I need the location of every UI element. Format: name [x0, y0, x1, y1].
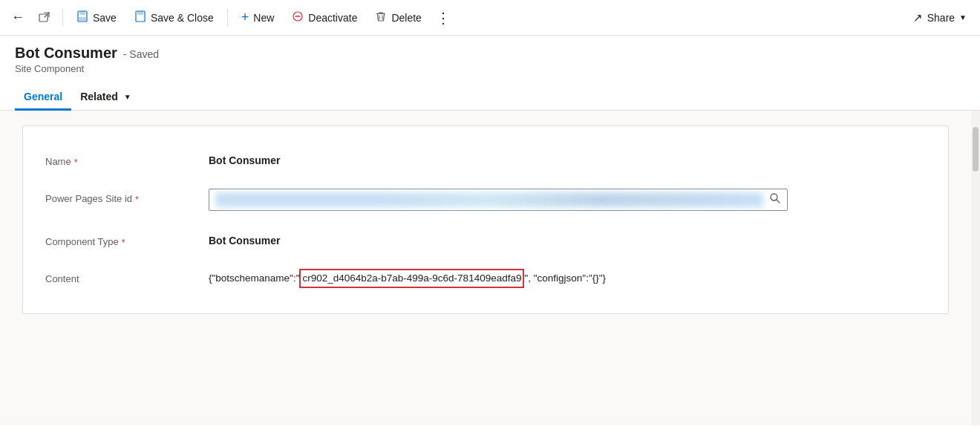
record-header: Bot Consumer - Saved Site Component	[0, 36, 980, 79]
svg-line-14	[777, 200, 780, 203]
save-close-label: Save & Close	[151, 12, 214, 24]
component-type-required: *	[122, 238, 125, 248]
content-label: Content	[45, 269, 209, 284]
form-card: Name * Bot Consumer Power Pages Site id …	[22, 125, 949, 314]
content-highlighted-id: cr902_d4064b2a-b7ab-499a-9c6d-781409eadf…	[299, 269, 524, 288]
scrollbar-thumb[interactable]	[973, 127, 979, 172]
name-field-row: Name * Bot Consumer	[45, 141, 926, 178]
save-close-icon	[134, 10, 146, 25]
power-pages-field-row: Power Pages Site id *	[45, 178, 926, 221]
lookup-search-icon[interactable]	[769, 192, 781, 207]
content-suffix: ", "configjson":"{}"}	[524, 271, 606, 286]
related-chevron-icon: ▼	[124, 93, 131, 101]
back-button[interactable]: ←	[6, 6, 30, 30]
deactivate-icon	[292, 10, 304, 25]
save-label: Save	[93, 12, 117, 24]
power-pages-label: Power Pages Site id *	[45, 189, 209, 205]
share-label: Share	[927, 12, 955, 24]
share-icon: ↗	[913, 11, 923, 25]
name-value: Bot Consumer	[209, 151, 280, 166]
name-label: Name *	[45, 151, 209, 168]
more-button[interactable]: ⋮	[432, 6, 456, 30]
tabs-container: General Related ▼	[0, 85, 980, 111]
svg-rect-3	[79, 11, 85, 15]
svg-rect-4	[79, 17, 86, 21]
deactivate-label: Deactivate	[308, 12, 357, 24]
deactivate-button[interactable]: Deactivate	[284, 6, 365, 30]
power-pages-value	[209, 189, 926, 211]
svg-rect-9	[379, 13, 383, 13]
tab-general[interactable]: General	[15, 85, 71, 111]
popout-button[interactable]	[33, 6, 56, 30]
new-button[interactable]: + New	[234, 5, 282, 30]
record-saved-status: - Saved	[123, 48, 159, 60]
tab-related[interactable]: Related ▼	[71, 85, 140, 111]
share-chevron-icon: ▼	[959, 13, 967, 22]
content-text: {"botschemaname":"cr902_d4064b2a-b7ab-49…	[209, 269, 926, 288]
toolbar: ← Save Save & Close + New	[0, 0, 980, 36]
lookup-blurred-value	[215, 192, 763, 207]
svg-line-1	[45, 13, 49, 17]
save-button[interactable]: Save	[69, 6, 124, 30]
delete-label: Delete	[391, 12, 421, 24]
form-area: Name * Bot Consumer Power Pages Site id …	[0, 111, 971, 425]
record-title: Bot Consumer - Saved	[15, 45, 965, 62]
delete-icon	[375, 10, 387, 25]
share-button[interactable]: ↗ Share ▼	[906, 7, 974, 29]
scrollbar[interactable]	[971, 111, 980, 425]
new-label: New	[253, 12, 274, 24]
toolbar-separator-1	[62, 9, 63, 27]
save-icon	[76, 10, 88, 25]
power-pages-required: *	[135, 195, 139, 205]
delete-button[interactable]: Delete	[368, 6, 428, 30]
component-type-value: Bot Consumer	[209, 232, 280, 247]
main-content: Name * Bot Consumer Power Pages Site id …	[0, 111, 980, 425]
name-required: *	[74, 157, 78, 168]
record-subtitle: Site Component	[15, 63, 965, 74]
record-name: Bot Consumer	[15, 45, 117, 62]
toolbar-separator-2	[227, 9, 228, 27]
component-type-label: Component Type *	[45, 232, 209, 248]
svg-rect-6	[137, 11, 143, 15]
new-icon: +	[241, 10, 249, 25]
svg-rect-10	[376, 13, 385, 14]
content-field-row: Content {"botschemaname":"cr902_d4064b2a…	[45, 258, 926, 298]
component-type-field-row: Component Type * Bot Consumer	[45, 221, 926, 258]
content-value: {"botschemaname":"cr902_d4064b2a-b7ab-49…	[209, 269, 926, 288]
lookup-field[interactable]	[209, 189, 788, 211]
content-prefix: {"botschemaname":"	[209, 271, 299, 286]
save-close-button[interactable]: Save & Close	[127, 6, 221, 30]
